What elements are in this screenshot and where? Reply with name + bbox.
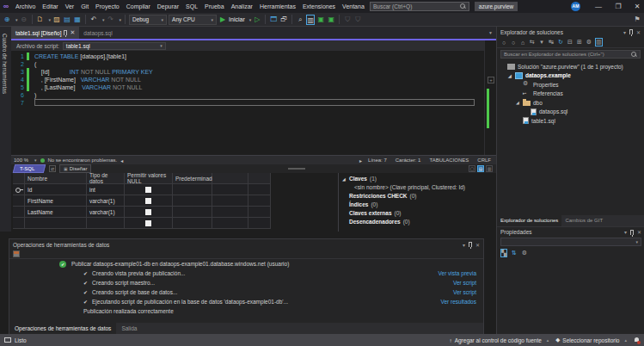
- keys-section-claves-externas[interactable]: Claves externas(0): [342, 209, 489, 218]
- tabs-indicator[interactable]: TABULACIONES: [426, 158, 471, 163]
- platform-dropdown[interactable]: Any CPU▾: [169, 15, 217, 25]
- char-indicator[interactable]: Carácter: 1: [393, 158, 424, 163]
- panel-menu-icon[interactable]: ▾: [463, 242, 465, 248]
- expander-icon[interactable]: [342, 218, 347, 226]
- step-link-ver-resultados[interactable]: Ver resultados: [440, 299, 476, 305]
- open-folder-icon[interactable]: ▨: [52, 15, 61, 25]
- cell-type[interactable]: int: [87, 184, 125, 195]
- eol-indicator[interactable]: CRLF: [475, 158, 494, 163]
- props-close-icon[interactable]: ✕: [637, 229, 641, 235]
- se-pin-icon[interactable]: [629, 29, 633, 34]
- menu-extensiones[interactable]: Extensiones: [299, 0, 339, 13]
- code-editor[interactable]: 1CREATE TABLE [dataops].[table1]2(3 [Id]…: [11, 51, 484, 155]
- close-button[interactable]: ✕: [630, 0, 644, 13]
- tab-overflow-icon[interactable]: ▼: [488, 27, 496, 39]
- cell-name[interactable]: Id: [25, 184, 87, 195]
- menu-proyecto[interactable]: Proyecto: [92, 0, 123, 13]
- grid-header-blank[interactable]: [212, 173, 248, 184]
- navigate-back-caret[interactable]: ▾: [15, 17, 18, 22]
- grid-header-blank[interactable]: [13, 173, 25, 184]
- row-selector[interactable]: [13, 218, 25, 229]
- menu-compilar[interactable]: Compilar: [123, 0, 154, 13]
- panel-close-icon[interactable]: ✕: [475, 242, 480, 248]
- sync-with-active-doc-icon[interactable]: ↹: [548, 39, 555, 46]
- wrench-icon[interactable]: ⚙: [586, 39, 592, 46]
- switch-views-icon[interactable]: ⇆: [529, 39, 536, 46]
- cell-blank[interactable]: [212, 195, 248, 207]
- tree-item-table1-sql[interactable]: table1.sql: [497, 116, 644, 126]
- save-all-icon[interactable]: ▦: [73, 15, 82, 25]
- panel-tab-cambios-de-git[interactable]: Cambios de GIT: [561, 215, 606, 226]
- expander-icon[interactable]: [342, 209, 347, 218]
- se-forward-icon[interactable]: ○: [510, 40, 517, 46]
- pending-changes-filter-icon[interactable]: ▾: [538, 39, 545, 46]
- feedback-icon[interactable]: ⚑: [633, 15, 641, 25]
- output-action-icon[interactable]: [13, 250, 20, 257]
- splitter-grip[interactable]: [288, 168, 305, 170]
- code-line[interactable]: 7: [11, 99, 484, 107]
- menu-herramientas[interactable]: Herramientas: [256, 0, 299, 13]
- code-line[interactable]: 5 , [LastName] VARCHAR NOT NULL: [11, 83, 484, 91]
- panel-tab-explorador-de-soluciones[interactable]: Explorador de soluciones: [497, 215, 561, 226]
- cell-allow-null[interactable]: [125, 184, 173, 195]
- alphabetical-icon[interactable]: ⇅: [511, 250, 518, 256]
- solution-explorer-search[interactable]: Buscar en Explorador de soluciones (Ctrl…: [500, 50, 641, 59]
- navigate-forward-icon[interactable]: ⊖: [20, 15, 28, 25]
- cell-type[interactable]: varchar(1): [87, 207, 125, 218]
- panes-icon-3[interactable]: ▥: [486, 165, 493, 172]
- menu-git[interactable]: Git: [77, 0, 92, 13]
- expander-icon[interactable]: ◢: [342, 175, 347, 183]
- cell-allow-null[interactable]: [125, 218, 173, 229]
- grid-header-permitir-valores-null[interactable]: Permitir valores NULL: [125, 173, 173, 184]
- null-checkbox[interactable]: [145, 220, 151, 226]
- cell-blank[interactable]: [212, 218, 248, 229]
- cell-blank[interactable]: [212, 184, 248, 195]
- output-tab-operaciones-de-herramientas-de-datos[interactable]: Operaciones de herramientas de datos: [9, 323, 116, 334]
- props-pin-icon[interactable]: [630, 230, 634, 235]
- expander-icon[interactable]: [342, 192, 347, 201]
- code-line[interactable]: 4 , [FirstName] VARCHAR NOT NULL: [11, 76, 484, 83]
- cell-blank[interactable]: [248, 207, 271, 218]
- select-repository-button[interactable]: ◆ Seleccionar repositorio ▴: [555, 337, 627, 343]
- undo-icon[interactable]: ↶: [89, 15, 98, 25]
- tree-item-dataops-example[interactable]: ◢dataops.example: [497, 71, 644, 81]
- tab-design[interactable]: ▣ Diseñar: [59, 164, 91, 173]
- panes-icon-2[interactable]: ▤: [477, 165, 484, 172]
- se-menu-icon[interactable]: ▾: [623, 29, 626, 35]
- expander-icon[interactable]: [342, 201, 347, 209]
- scroll-left-icon[interactable]: ◂: [120, 158, 123, 164]
- cell-blank[interactable]: [173, 184, 212, 195]
- row-selector[interactable]: [13, 195, 25, 207]
- menu-ventana[interactable]: Ventana: [339, 0, 368, 13]
- cell-name[interactable]: [25, 218, 87, 229]
- home-icon[interactable]: ⌂: [519, 40, 526, 46]
- redo-icon[interactable]: ↷: [107, 15, 115, 25]
- misc-tool-icon-4[interactable]: ▥: [306, 15, 315, 25]
- step-link-ver-script[interactable]: Ver script: [453, 280, 476, 286]
- cell-allow-null[interactable]: [125, 207, 173, 218]
- cell-blank[interactable]: [173, 195, 212, 207]
- output-tab-salida[interactable]: Salida: [116, 323, 142, 334]
- toolbox-vertical-tab[interactable]: Cuadro de herramientas: [2, 27, 8, 94]
- tab-tsql[interactable]: T-SQL: [13, 164, 46, 173]
- restore-button[interactable]: ❐: [611, 0, 625, 13]
- tree-item-dataops-sql[interactable]: dataops.sql: [497, 108, 644, 117]
- grid-header-tipo-de-datos[interactable]: Tipo de datos: [87, 173, 125, 184]
- new-project-icon[interactable]: 🗋: [36, 15, 45, 25]
- panes-icon-1[interactable]: ▢: [469, 165, 475, 172]
- cell-blank[interactable]: [248, 184, 271, 195]
- keys-section-i-ndices[interactable]: Índices(0): [342, 201, 489, 209]
- quick-search-box[interactable]: Buscar (Ctrl+Q): [370, 2, 469, 11]
- categorized-icon[interactable]: ▚: [500, 249, 507, 257]
- cell-name[interactable]: FirstName: [25, 195, 87, 207]
- close-tab-icon[interactable]: ✕: [70, 29, 75, 36]
- keys-section-desencadenadores[interactable]: Desencadenadores(0): [342, 218, 489, 226]
- menu-archivo[interactable]: Archivo: [12, 0, 39, 13]
- cell-blank[interactable]: [173, 207, 212, 218]
- debug-config-dropdown[interactable]: Debug▾: [129, 15, 167, 25]
- step-link-ver-vista-previa[interactable]: Ver vista previa: [439, 270, 476, 276]
- cell-allow-null[interactable]: [125, 195, 173, 207]
- property-pages-icon[interactable]: ⚙: [521, 250, 528, 256]
- start-button[interactable]: ▶ Iniciar ▾: [218, 15, 251, 25]
- code-line[interactable]: 1CREATE TABLE [dataops].[table1]: [11, 53, 484, 60]
